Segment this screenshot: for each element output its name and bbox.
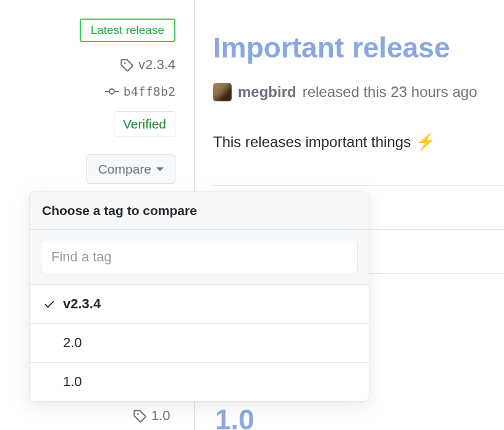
commit-row[interactable]: b4ff8b2 (105, 84, 175, 99)
tag-row[interactable]: v2.3.4 (120, 57, 175, 73)
avatar[interactable] (213, 83, 232, 101)
next-tag-name: 1.0 (151, 408, 170, 424)
compare-label: Compare (98, 162, 151, 177)
svg-point-0 (109, 89, 114, 94)
compare-button[interactable]: Compare (86, 154, 175, 184)
popover-item[interactable]: 2.0 (30, 324, 369, 363)
lightning-icon: ⚡ (416, 132, 435, 151)
next-release-title[interactable]: 1.0 (215, 403, 254, 430)
popover-item-label: v2.3.4 (63, 296, 101, 312)
next-tag-row[interactable]: 1.0 (133, 408, 170, 424)
author-row: megbird released this 23 hours ago (213, 83, 504, 101)
check-icon (43, 298, 56, 310)
popover-title: Choose a tag to compare (30, 192, 369, 230)
commit-icon (105, 86, 119, 96)
verified-badge[interactable]: Verified (114, 111, 175, 137)
tag-icon (133, 409, 146, 423)
caret-down-icon (156, 167, 164, 172)
release-body: This releases important things ⚡ (213, 132, 504, 151)
popover-item[interactable]: v2.3.4 (30, 285, 369, 324)
tag-icon (120, 58, 133, 72)
tag-name: v2.3.4 (138, 57, 175, 73)
popover-filter-wrap (30, 230, 369, 285)
latest-release-badge: Latest release (80, 19, 175, 42)
released-time: released this 23 hours ago (303, 83, 477, 101)
release-body-text: This releases important things (213, 133, 411, 151)
commit-sha: b4ff8b2 (124, 84, 175, 99)
compare-popover: Choose a tag to compare v2.3.4 2.0 1.0 (29, 192, 369, 402)
tag-filter-input[interactable] (41, 240, 358, 274)
popover-item-label: 1.0 (63, 374, 82, 390)
author-link[interactable]: megbird (238, 83, 296, 101)
release-title[interactable]: Important release (213, 31, 504, 64)
popover-item[interactable]: 1.0 (30, 363, 369, 401)
popover-item-label: 2.0 (63, 335, 82, 351)
